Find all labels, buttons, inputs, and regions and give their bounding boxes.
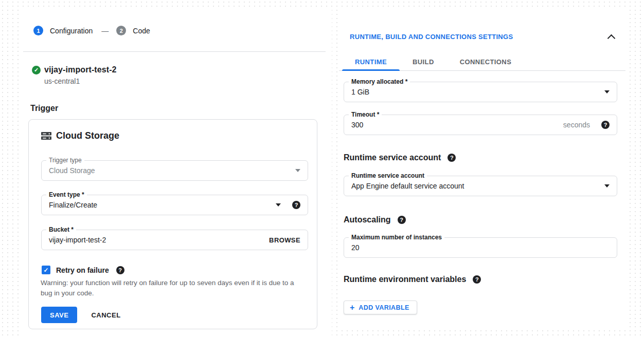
step-2-circle: 2: [116, 26, 126, 35]
chevron-up-icon[interactable]: [607, 34, 616, 43]
retry-on-failure-row: ✓ Retry on failure ?: [42, 266, 124, 274]
retry-warning-text: Warning: your function will retry on fai…: [41, 278, 304, 298]
form-actions: SAVE CANCEL: [41, 307, 121, 323]
retry-help-icon[interactable]: ?: [116, 266, 124, 274]
runtime-service-account-label: Runtime service account: [349, 172, 427, 179]
settings-tabs: RUNTIME BUILD CONNECTIONS: [339, 54, 625, 71]
tab-connections[interactable]: CONNECTIONS: [447, 54, 524, 70]
stepper-step-code[interactable]: 2 Code: [116, 26, 150, 35]
trigger-card-title: Cloud Storage: [41, 130, 119, 141]
stepper: 1 Configuration — 2 Code: [33, 26, 150, 35]
event-type-select[interactable]: Event type * Finalize/Create ?: [41, 195, 308, 215]
function-name: vijay-import-test-2: [44, 65, 117, 74]
step-1-circle: 1: [33, 26, 43, 35]
env-vars-heading: Runtime environment variables: [344, 275, 466, 284]
max-instances-value: 20: [351, 243, 610, 252]
step-1-label: Configuration: [50, 27, 93, 35]
page-canvas: 1 Configuration — 2 Code ✓ vijay-import-…: [0, 0, 644, 338]
step-2-label: Code: [133, 27, 150, 35]
dropdown-caret-icon: [604, 184, 610, 187]
function-config-panel: 1 Configuration — 2 Code ✓ vijay-import-…: [23, 7, 332, 338]
bucket-input[interactable]: Bucket * vijay-import-test-2 BROWSE: [41, 230, 308, 250]
runtime-service-account-section: Runtime service account ?: [344, 153, 456, 162]
cloud-storage-icon: [41, 132, 51, 140]
tab-build[interactable]: BUILD: [400, 54, 447, 70]
tab-runtime[interactable]: RUNTIME: [342, 54, 400, 70]
add-variable-label: ADD VARIABLE: [359, 304, 409, 311]
cancel-button[interactable]: CANCEL: [91, 311, 120, 319]
dropdown-caret-icon: [276, 203, 281, 206]
timeout-suffix: seconds: [563, 121, 590, 129]
stepper-separator: —: [101, 27, 109, 35]
plus-icon: +: [350, 304, 354, 312]
max-instances-label: Maximum number of instances: [349, 234, 444, 241]
event-type-label: Event type *: [46, 191, 87, 198]
timeout-value: 300: [351, 121, 558, 129]
dropdown-caret-icon: [604, 90, 610, 93]
memory-allocated-select[interactable]: Memory allocated * 1 GiB: [344, 82, 617, 102]
settings-expander-header[interactable]: RUNTIME, BUILD AND CONNECTIONS SETTINGS: [350, 33, 513, 41]
runtime-service-account-select[interactable]: Runtime service account App Engine defau…: [344, 176, 617, 196]
memory-allocated-label: Memory allocated *: [349, 78, 410, 85]
add-variable-button[interactable]: + ADD VARIABLE: [344, 301, 417, 314]
timeout-help-icon[interactable]: ?: [601, 121, 610, 129]
event-type-value: Finalize/Create: [49, 201, 271, 209]
retry-checkbox[interactable]: ✓: [42, 266, 50, 274]
trigger-type-select[interactable]: Trigger type Cloud Storage: [41, 160, 308, 181]
max-instances-input[interactable]: Maximum number of instances 20: [344, 237, 617, 258]
runtime-service-account-heading: Runtime service account: [344, 153, 441, 162]
env-vars-help-icon[interactable]: ?: [473, 275, 481, 284]
trigger-type-label: Trigger type: [46, 157, 84, 164]
dropdown-caret-icon: [295, 169, 300, 172]
autoscaling-section: Autoscaling ?: [344, 215, 406, 224]
stepper-divider: [23, 51, 326, 52]
env-vars-section: Runtime environment variables ?: [344, 275, 481, 284]
runtime-service-account-help-icon[interactable]: ?: [448, 154, 456, 162]
trigger-section-title: Trigger: [30, 104, 58, 113]
runtime-service-account-value: App Engine default service account: [351, 182, 599, 190]
function-region: us-central1: [44, 77, 80, 85]
event-type-help-icon[interactable]: ?: [292, 201, 300, 209]
trigger-type-value: Cloud Storage: [49, 166, 290, 175]
bucket-label: Bucket *: [46, 226, 76, 233]
browse-button[interactable]: BROWSE: [269, 236, 300, 244]
retry-label: Retry on failure: [56, 266, 109, 274]
autoscaling-help-icon[interactable]: ?: [398, 216, 406, 224]
trigger-card: Cloud Storage Trigger type Cloud Storage…: [28, 119, 317, 329]
timeout-input[interactable]: Timeout * 300 seconds ?: [344, 115, 617, 135]
trigger-card-title-text: Cloud Storage: [56, 130, 119, 141]
memory-allocated-value: 1 GiB: [351, 88, 599, 96]
save-button[interactable]: SAVE: [41, 307, 77, 323]
timeout-label: Timeout *: [349, 111, 382, 118]
stepper-step-configuration[interactable]: 1 Configuration: [33, 26, 93, 35]
runtime-settings-panel: RUNTIME, BUILD AND CONNECTIONS SETTINGS …: [339, 7, 625, 329]
autoscaling-heading: Autoscaling: [344, 215, 391, 224]
bucket-value: vijay-import-test-2: [49, 236, 269, 244]
success-check-icon: ✓: [32, 66, 41, 74]
function-identity: ✓ vijay-import-test-2: [32, 65, 117, 74]
